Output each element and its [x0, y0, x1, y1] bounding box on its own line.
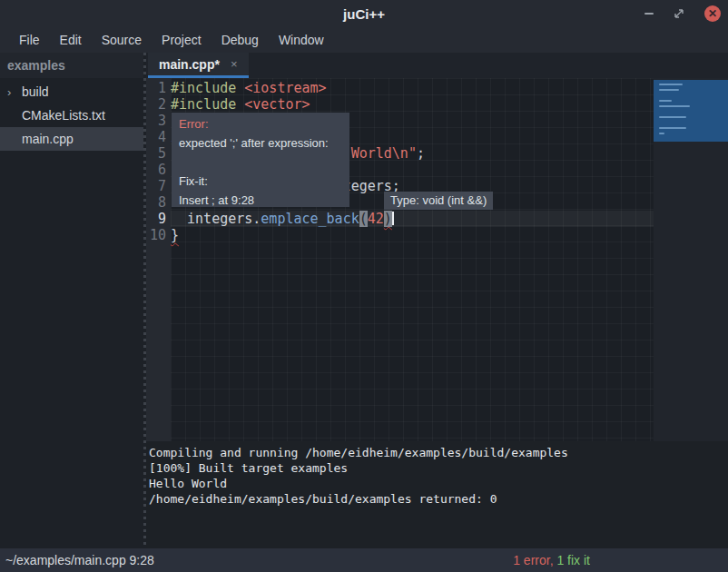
line-number: 3 [146, 113, 166, 129]
tree-item-label: main.cpp [22, 132, 74, 146]
line-number: 9 [146, 211, 166, 227]
line-number: 10 [146, 227, 166, 243]
error-tooltip-title: Error: [179, 114, 342, 133]
code-token [236, 96, 244, 113]
chevron-right-icon[interactable]: › [7, 85, 20, 99]
window-title: juCi++ [0, 6, 728, 22]
close-button[interactable]: ✕ [704, 5, 721, 22]
code-line-1: #include <iostream> [171, 80, 654, 96]
close-icon: ✕ [708, 8, 717, 19]
project-name: examples [0, 53, 143, 78]
window-controls: ✕ [644, 0, 721, 27]
minimap-line [659, 116, 686, 118]
minimize-button[interactable] [644, 13, 654, 15]
code-line-9: integers.emplace_back(42) [171, 211, 654, 227]
line-number: 5 [146, 145, 166, 162]
line-number: 1 [146, 80, 166, 96]
type-tooltip: Type: void (int &&) [384, 192, 493, 210]
console-line: /home/eidheim/examples/build/examples re… [149, 491, 728, 507]
code-token: ( [359, 211, 368, 227]
menu-item-source[interactable]: Source [92, 29, 152, 51]
status-fixit-count: 1 fix it [556, 553, 590, 567]
status-file-position: ~/examples/main.cpp 9:28 [0, 553, 513, 567]
tree-item-label: build [22, 84, 49, 99]
code-token: emplace_back [261, 211, 359, 227]
line-number: 2 [146, 96, 166, 113]
resize-icon [674, 8, 684, 19]
code-token: integers. [171, 211, 261, 227]
minimap-line [659, 133, 664, 134]
tabbar: main.cpp* × [146, 53, 728, 78]
titlebar: juCi++ ✕ [0, 0, 728, 27]
code-token: <vector> [244, 96, 310, 113]
code-token: ) [384, 211, 392, 227]
type-tooltip-text: Type: void (int &&) [390, 193, 487, 207]
tree-item-build[interactable]: ›build [0, 80, 143, 104]
menu-item-project[interactable]: Project [152, 29, 212, 51]
maximize-button[interactable] [674, 8, 684, 19]
menu-item-window[interactable]: Window [269, 29, 334, 51]
statusbar: ~/examples/main.cpp 9:28 1 error, 1 fix … [0, 548, 728, 572]
tab-main-cpp[interactable]: main.cpp* × [148, 53, 249, 78]
minimap-line [659, 100, 672, 102]
line-number: 8 [146, 194, 166, 211]
code-token: #include [171, 96, 236, 113]
minimap-line [659, 84, 683, 85]
code-token: ; [417, 145, 425, 162]
tab-close-icon[interactable]: × [231, 58, 238, 70]
fixit-label: Fix-it: [179, 172, 342, 191]
code-line-2: #include <vector> [171, 96, 654, 113]
error-tooltip-message: expected ';' after expression: [179, 133, 342, 153]
console-line: Hello World [149, 476, 728, 491]
menubar: FileEditSourceProjectDebugWindow [0, 27, 728, 53]
line-number: 4 [146, 129, 166, 145]
tree-item-label: CMakeLists.txt [22, 108, 105, 123]
tree-item-main-cpp[interactable]: main.cpp [0, 127, 143, 151]
line-number-gutter: 12345678910 [146, 78, 171, 441]
juci-window: juCi++ ✕ FileEditSourceProjectDebugWindo… [0, 0, 728, 572]
tree-item-cmakelists-txt[interactable]: CMakeLists.txt [0, 104, 143, 127]
menu-item-file[interactable]: File [9, 29, 50, 51]
status-diagnostics: 1 error, 1 fix it [513, 553, 590, 567]
console-line: [100%] Built target examples [149, 460, 728, 476]
project-sidebar: examples ›buildCMakeLists.txtmain.cpp [0, 53, 143, 548]
console-line: Compiling and running /home/eidheim/exam… [149, 445, 728, 460]
status-error-count: 1 error [513, 553, 549, 567]
minimap-line [659, 105, 690, 107]
file-tree: ›buildCMakeLists.txtmain.cpp [0, 78, 143, 151]
code-token: } [171, 227, 179, 243]
menu-item-debug[interactable]: Debug [212, 29, 269, 51]
minimap[interactable] [654, 80, 728, 142]
tab-label: main.cpp* [159, 57, 220, 72]
main-area: examples ›buildCMakeLists.txtmain.cpp ma… [0, 53, 728, 548]
menu-item-edit[interactable]: Edit [50, 29, 92, 51]
build-output-console[interactable]: Compiling and running /home/eidheim/exam… [146, 441, 728, 548]
minimap-line [659, 89, 679, 91]
error-tooltip: Error: expected ';' after expression: Fi… [172, 113, 349, 207]
code-token: #include [171, 80, 236, 96]
fixit-text: Insert ; at 9:28 [179, 191, 342, 210]
line-number: 7 [146, 178, 166, 194]
minimap-line [659, 127, 686, 129]
line-number: 6 [146, 162, 166, 178]
code-line-10: } [171, 227, 654, 243]
code-token: 42 [368, 211, 384, 227]
minimap-column [654, 78, 728, 441]
code-token: <iostream> [244, 80, 326, 96]
code-token [236, 80, 244, 96]
text-cursor [392, 212, 394, 225]
